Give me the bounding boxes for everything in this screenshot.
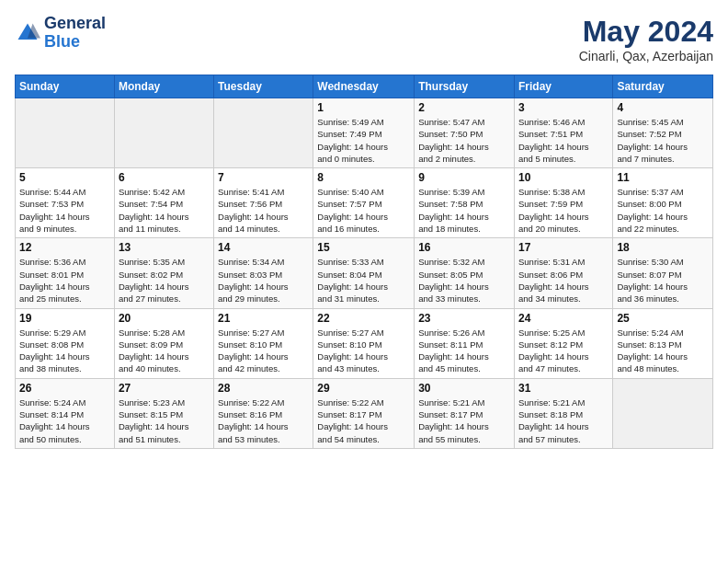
day-number: 27 bbox=[119, 382, 210, 395]
day-number: 13 bbox=[119, 241, 210, 254]
day-info: Sunrise: 5:25 AM Sunset: 8:12 PM Dayligh… bbox=[518, 327, 609, 375]
calendar-cell: 3Sunrise: 5:46 AM Sunset: 7:51 PM Daylig… bbox=[514, 98, 612, 168]
day-info: Sunrise: 5:22 AM Sunset: 8:17 PM Dayligh… bbox=[317, 396, 410, 445]
day-info: Sunrise: 5:24 AM Sunset: 8:14 PM Dayligh… bbox=[19, 396, 110, 445]
day-number: 10 bbox=[518, 171, 609, 184]
logo-icon bbox=[15, 20, 40, 46]
day-info: Sunrise: 5:23 AM Sunset: 8:15 PM Dayligh… bbox=[119, 396, 210, 445]
calendar-week-5: 26Sunrise: 5:24 AM Sunset: 8:14 PM Dayli… bbox=[16, 378, 713, 448]
day-number: 7 bbox=[218, 171, 309, 184]
day-number: 25 bbox=[617, 312, 709, 325]
day-info: Sunrise: 5:49 AM Sunset: 7:49 PM Dayligh… bbox=[317, 116, 410, 165]
weekday-header-saturday: Saturday bbox=[613, 75, 713, 98]
calendar-week-2: 5Sunrise: 5:44 AM Sunset: 7:53 PM Daylig… bbox=[16, 168, 713, 238]
calendar-table: SundayMondayTuesdayWednesdayThursdayFrid… bbox=[15, 75, 713, 449]
calendar-cell: 6Sunrise: 5:42 AM Sunset: 7:54 PM Daylig… bbox=[114, 168, 213, 238]
day-info: Sunrise: 5:26 AM Sunset: 8:11 PM Dayligh… bbox=[418, 327, 510, 375]
day-number: 28 bbox=[218, 382, 309, 395]
calendar-week-4: 19Sunrise: 5:29 AM Sunset: 8:08 PM Dayli… bbox=[16, 308, 713, 378]
weekday-header-tuesday: Tuesday bbox=[214, 75, 313, 98]
page-header: General Blue May 2024 Cinarli, Qax, Azer… bbox=[15, 15, 713, 63]
calendar-cell bbox=[16, 98, 115, 168]
day-number: 20 bbox=[119, 312, 210, 325]
calendar-cell: 18Sunrise: 5:30 AM Sunset: 8:07 PM Dayli… bbox=[613, 238, 713, 308]
calendar-cell: 17Sunrise: 5:31 AM Sunset: 8:06 PM Dayli… bbox=[514, 238, 612, 308]
day-info: Sunrise: 5:21 AM Sunset: 8:17 PM Dayligh… bbox=[418, 396, 510, 445]
day-number: 2 bbox=[418, 101, 510, 114]
weekday-header-sunday: Sunday bbox=[16, 75, 115, 98]
day-info: Sunrise: 5:46 AM Sunset: 7:51 PM Dayligh… bbox=[518, 116, 609, 165]
day-info: Sunrise: 5:33 AM Sunset: 8:04 PM Dayligh… bbox=[317, 256, 410, 304]
day-number: 24 bbox=[518, 312, 609, 325]
day-number: 4 bbox=[617, 101, 709, 114]
logo-blue: Blue bbox=[44, 33, 106, 52]
day-number: 5 bbox=[19, 171, 110, 184]
day-info: Sunrise: 5:30 AM Sunset: 8:07 PM Dayligh… bbox=[617, 256, 709, 304]
day-number: 17 bbox=[518, 241, 609, 254]
calendar-cell bbox=[214, 98, 313, 168]
weekday-header-wednesday: Wednesday bbox=[313, 75, 415, 98]
day-number: 21 bbox=[218, 312, 309, 325]
calendar-cell: 31Sunrise: 5:21 AM Sunset: 8:18 PM Dayli… bbox=[514, 378, 612, 448]
day-info: Sunrise: 5:27 AM Sunset: 8:10 PM Dayligh… bbox=[317, 327, 410, 375]
title-block: May 2024 Cinarli, Qax, Azerbaijan bbox=[579, 15, 713, 63]
calendar-cell bbox=[613, 378, 713, 448]
calendar-cell: 21Sunrise: 5:27 AM Sunset: 8:10 PM Dayli… bbox=[214, 308, 313, 378]
day-info: Sunrise: 5:24 AM Sunset: 8:13 PM Dayligh… bbox=[617, 327, 709, 375]
day-number: 29 bbox=[317, 382, 410, 395]
calendar-cell: 7Sunrise: 5:41 AM Sunset: 7:56 PM Daylig… bbox=[214, 168, 313, 238]
day-number: 14 bbox=[218, 241, 309, 254]
calendar-cell: 11Sunrise: 5:37 AM Sunset: 8:00 PM Dayli… bbox=[613, 168, 713, 238]
month-title: May 2024 bbox=[579, 15, 713, 49]
calendar-cell: 5Sunrise: 5:44 AM Sunset: 7:53 PM Daylig… bbox=[16, 168, 115, 238]
calendar-cell: 15Sunrise: 5:33 AM Sunset: 8:04 PM Dayli… bbox=[313, 238, 415, 308]
day-info: Sunrise: 5:38 AM Sunset: 7:59 PM Dayligh… bbox=[518, 186, 609, 235]
day-info: Sunrise: 5:45 AM Sunset: 7:52 PM Dayligh… bbox=[617, 116, 709, 165]
calendar-cell: 13Sunrise: 5:35 AM Sunset: 8:02 PM Dayli… bbox=[114, 238, 213, 308]
calendar-cell: 20Sunrise: 5:28 AM Sunset: 8:09 PM Dayli… bbox=[114, 308, 213, 378]
weekday-header-monday: Monday bbox=[114, 75, 213, 98]
day-info: Sunrise: 5:35 AM Sunset: 8:02 PM Dayligh… bbox=[119, 256, 210, 304]
day-info: Sunrise: 5:31 AM Sunset: 8:06 PM Dayligh… bbox=[518, 256, 609, 304]
calendar-cell: 27Sunrise: 5:23 AM Sunset: 8:15 PM Dayli… bbox=[114, 378, 213, 448]
day-info: Sunrise: 5:27 AM Sunset: 8:10 PM Dayligh… bbox=[218, 327, 309, 375]
calendar-cell: 22Sunrise: 5:27 AM Sunset: 8:10 PM Dayli… bbox=[313, 308, 415, 378]
day-number: 1 bbox=[317, 101, 410, 114]
day-number: 12 bbox=[19, 241, 110, 254]
calendar-cell: 10Sunrise: 5:38 AM Sunset: 7:59 PM Dayli… bbox=[514, 168, 612, 238]
day-number: 26 bbox=[19, 382, 110, 395]
calendar-cell: 14Sunrise: 5:34 AM Sunset: 8:03 PM Dayli… bbox=[214, 238, 313, 308]
calendar-cell: 19Sunrise: 5:29 AM Sunset: 8:08 PM Dayli… bbox=[16, 308, 115, 378]
day-info: Sunrise: 5:21 AM Sunset: 8:18 PM Dayligh… bbox=[518, 396, 609, 445]
day-info: Sunrise: 5:40 AM Sunset: 7:57 PM Dayligh… bbox=[317, 186, 410, 235]
calendar-cell: 25Sunrise: 5:24 AM Sunset: 8:13 PM Dayli… bbox=[613, 308, 713, 378]
logo-general: General bbox=[44, 15, 106, 33]
day-number: 19 bbox=[19, 312, 110, 325]
day-info: Sunrise: 5:41 AM Sunset: 7:56 PM Dayligh… bbox=[218, 186, 309, 235]
day-number: 6 bbox=[119, 171, 210, 184]
day-info: Sunrise: 5:36 AM Sunset: 8:01 PM Dayligh… bbox=[19, 256, 110, 304]
weekday-header-friday: Friday bbox=[514, 75, 612, 98]
day-number: 18 bbox=[617, 241, 709, 254]
day-number: 30 bbox=[418, 382, 510, 395]
calendar-cell: 2Sunrise: 5:47 AM Sunset: 7:50 PM Daylig… bbox=[415, 98, 515, 168]
weekday-header-thursday: Thursday bbox=[415, 75, 515, 98]
location: Cinarli, Qax, Azerbaijan bbox=[579, 49, 713, 63]
logo: General Blue bbox=[15, 15, 106, 52]
logo-text: General Blue bbox=[44, 15, 106, 52]
day-number: 23 bbox=[418, 312, 510, 325]
day-number: 16 bbox=[418, 241, 510, 254]
calendar-cell: 16Sunrise: 5:32 AM Sunset: 8:05 PM Dayli… bbox=[415, 238, 515, 308]
day-info: Sunrise: 5:42 AM Sunset: 7:54 PM Dayligh… bbox=[119, 186, 210, 235]
weekday-header-row: SundayMondayTuesdayWednesdayThursdayFrid… bbox=[16, 75, 713, 98]
calendar-week-3: 12Sunrise: 5:36 AM Sunset: 8:01 PM Dayli… bbox=[16, 238, 713, 308]
calendar-cell: 23Sunrise: 5:26 AM Sunset: 8:11 PM Dayli… bbox=[415, 308, 515, 378]
calendar-cell: 29Sunrise: 5:22 AM Sunset: 8:17 PM Dayli… bbox=[313, 378, 415, 448]
day-info: Sunrise: 5:22 AM Sunset: 8:16 PM Dayligh… bbox=[218, 396, 309, 445]
day-number: 11 bbox=[617, 171, 709, 184]
calendar-cell: 12Sunrise: 5:36 AM Sunset: 8:01 PM Dayli… bbox=[16, 238, 115, 308]
calendar-cell bbox=[114, 98, 213, 168]
calendar-cell: 28Sunrise: 5:22 AM Sunset: 8:16 PM Dayli… bbox=[214, 378, 313, 448]
day-number: 8 bbox=[317, 171, 410, 184]
day-number: 15 bbox=[317, 241, 410, 254]
